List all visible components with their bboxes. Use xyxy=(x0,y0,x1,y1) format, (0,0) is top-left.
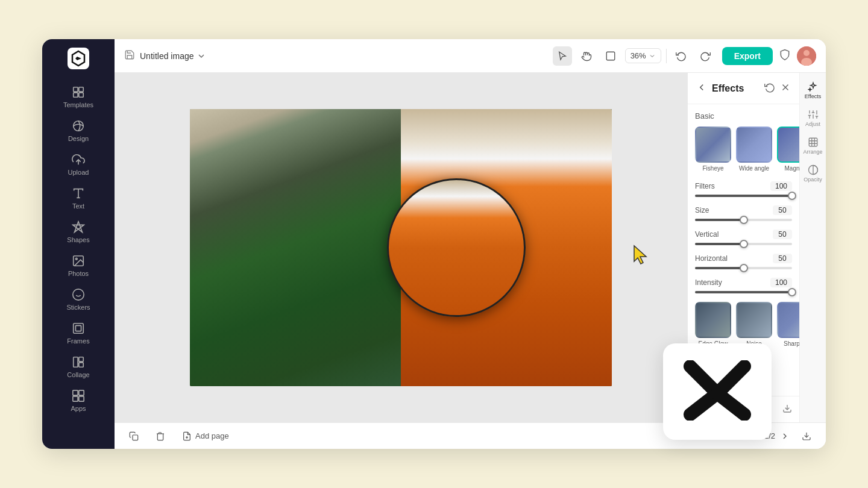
redo-button[interactable] xyxy=(696,46,715,66)
slider-size-label: Size xyxy=(695,206,709,214)
delete-button[interactable] xyxy=(151,429,170,443)
slider-size-value: 50 xyxy=(773,205,792,215)
sidebar-item-upload[interactable]: Upload xyxy=(42,148,115,181)
right-icon-adjust[interactable]: Adjust xyxy=(801,105,825,131)
svg-marker-28 xyxy=(634,246,646,264)
sidebar-item-frames[interactable]: Frames xyxy=(42,317,115,349)
sidebar-item-text[interactable]: Text xyxy=(42,182,115,214)
right-icon-effects[interactable]: Effects xyxy=(801,78,825,103)
sidebar-item-stickers[interactable]: Stickers xyxy=(42,283,115,316)
slider-filters: Filters 100 xyxy=(695,181,792,197)
svg-rect-24 xyxy=(606,52,615,60)
panel-header: Effects xyxy=(688,73,799,104)
svg-rect-2 xyxy=(79,87,83,92)
duplicate-button[interactable] xyxy=(124,429,143,443)
panel-download-button[interactable] xyxy=(782,404,792,416)
sidebar-item-collage[interactable]: Collage xyxy=(42,351,115,383)
effect-sharpen[interactable]: Sharpen xyxy=(777,302,799,347)
cursor-overlay xyxy=(633,245,650,267)
topbar-left: Untitled image xyxy=(124,49,546,63)
svg-rect-23 xyxy=(79,396,84,401)
svg-rect-47 xyxy=(133,435,138,440)
slider-intensity: Intensity 100 xyxy=(695,278,792,293)
effects-grid-row1: Fisheye Wide angle Magnify xyxy=(695,127,792,172)
effect-thumb-edgeglow xyxy=(695,302,731,338)
sidebar-item-design[interactable]: Design xyxy=(42,114,115,147)
topbar: Untitled image 36% xyxy=(115,39,826,73)
section-basic-label: Basic xyxy=(695,111,792,120)
sidebar-item-shapes[interactable]: Shapes xyxy=(42,216,115,248)
slider-horizontal-track[interactable] xyxy=(695,267,792,269)
svg-rect-22 xyxy=(73,396,78,401)
select-tool[interactable] xyxy=(553,46,572,66)
panel-close-button[interactable] xyxy=(780,82,791,95)
document-title[interactable]: Untitled image xyxy=(140,51,206,61)
slider-size-track[interactable] xyxy=(695,219,792,221)
svg-rect-3 xyxy=(74,93,78,97)
effect-magnify[interactable]: Magnify xyxy=(777,127,799,172)
effect-label-wide: Wide angle xyxy=(739,165,769,172)
undo-button[interactable] xyxy=(671,46,691,66)
svg-rect-16 xyxy=(75,325,81,331)
effect-thumb-sharpen xyxy=(777,302,799,338)
sidebar-item-templates[interactable]: Templates xyxy=(42,81,115,113)
panel-back-button[interactable] xyxy=(696,82,707,95)
effect-thumb-magnify xyxy=(777,127,799,163)
slider-vertical-label: Vertical xyxy=(695,230,719,239)
add-page-label: Add page xyxy=(195,431,229,440)
svg-rect-4 xyxy=(79,93,83,97)
svg-rect-1 xyxy=(74,87,78,92)
panel-title: Effects xyxy=(712,83,760,94)
effect-thumb-fisheye xyxy=(695,127,731,163)
canvas-area[interactable] xyxy=(115,73,687,422)
slider-intensity-value: 100 xyxy=(770,278,792,287)
slider-horizontal-value: 50 xyxy=(773,254,792,263)
slider-filters-label: Filters xyxy=(695,182,715,190)
svg-rect-21 xyxy=(79,390,84,395)
panel-reset-button[interactable] xyxy=(764,82,775,95)
effect-thumb-noise xyxy=(736,302,772,338)
svg-rect-20 xyxy=(73,390,78,395)
right-icon-opacity-label: Opacity xyxy=(804,177,822,183)
svg-rect-41 xyxy=(809,138,817,146)
sidebar: Templates Design Upload Text Shapes Phot… xyxy=(42,39,115,449)
slider-intensity-track[interactable] xyxy=(695,291,792,293)
slider-vertical-track[interactable] xyxy=(695,243,792,245)
slider-size: Size 50 xyxy=(695,205,792,221)
shield-button[interactable] xyxy=(779,49,791,63)
effect-label-fisheye: Fisheye xyxy=(702,165,723,172)
slider-intensity-label: Intensity xyxy=(695,278,722,287)
capcut-logo xyxy=(681,360,753,423)
canvas-image[interactable] xyxy=(190,109,612,386)
svg-point-5 xyxy=(74,121,84,131)
app-logo[interactable] xyxy=(66,46,90,70)
effect-edge-glow[interactable]: Edge Glow xyxy=(695,302,731,347)
topbar-right: Export xyxy=(722,46,816,66)
add-page-button[interactable]: Add page xyxy=(177,429,234,443)
hand-tool[interactable] xyxy=(577,46,596,66)
next-page-button[interactable] xyxy=(780,431,790,441)
sidebar-item-photos[interactable]: Photos xyxy=(42,249,115,282)
slider-horizontal: Horizontal 50 xyxy=(695,254,792,269)
svg-point-12 xyxy=(73,289,84,300)
user-avatar[interactable] xyxy=(797,46,816,66)
topbar-tools: 36% xyxy=(553,46,715,66)
svg-rect-17 xyxy=(74,357,78,368)
sidebar-item-apps[interactable]: Apps xyxy=(42,384,115,417)
save-icon[interactable] xyxy=(124,49,135,63)
slider-filters-track[interactable] xyxy=(695,195,792,197)
zoom-control[interactable]: 36% xyxy=(625,48,661,63)
effect-label-sharpen: Sharpen xyxy=(784,340,799,347)
right-icon-arrange[interactable]: Arrange xyxy=(801,133,825,158)
effects-grid-row2: Edge Glow Noise Sharpen xyxy=(695,302,792,347)
frame-tool[interactable] xyxy=(601,46,620,66)
effect-fisheye[interactable]: Fisheye xyxy=(695,127,731,172)
svg-rect-15 xyxy=(74,324,84,334)
slider-horizontal-label: Horizontal xyxy=(695,254,728,263)
export-button[interactable]: Export xyxy=(722,47,773,65)
export-bottom-button[interactable] xyxy=(797,429,816,443)
right-icon-opacity[interactable]: Opacity xyxy=(801,161,825,186)
svg-rect-19 xyxy=(79,363,83,367)
effect-noise[interactable]: Noise xyxy=(736,302,772,347)
effect-wide-angle[interactable]: Wide angle xyxy=(736,127,772,172)
